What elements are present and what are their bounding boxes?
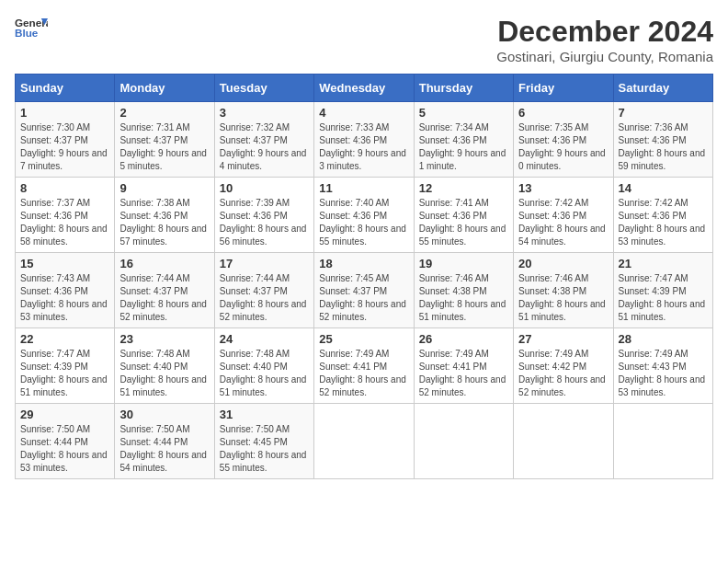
calendar-cell: 27Sunrise: 7:49 AM Sunset: 4:42 PM Dayli… <box>514 328 613 404</box>
calendar-cell: 10Sunrise: 7:39 AM Sunset: 4:36 PM Dayli… <box>214 178 313 253</box>
day-info: Sunrise: 7:38 AM Sunset: 4:36 PM Dayligh… <box>119 197 209 248</box>
day-info: Sunrise: 7:44 AM Sunset: 4:37 PM Dayligh… <box>220 272 309 324</box>
calendar-cell: 4Sunrise: 7:33 AM Sunset: 4:36 PM Daylig… <box>314 102 414 178</box>
day-number: 27 <box>518 332 608 346</box>
day-info: Sunrise: 7:31 AM Sunset: 4:37 PM Dayligh… <box>119 121 209 173</box>
calendar-cell <box>314 404 414 479</box>
weekday-header-friday: Friday <box>514 75 613 102</box>
weekday-header-thursday: Thursday <box>414 75 513 102</box>
calendar-cell: 29Sunrise: 7:50 AM Sunset: 4:44 PM Dayli… <box>16 404 115 479</box>
calendar-cell <box>414 404 513 479</box>
day-number: 5 <box>419 106 508 120</box>
day-number: 1 <box>20 106 109 120</box>
day-number: 21 <box>619 257 708 270</box>
day-number: 16 <box>119 257 209 270</box>
day-info: Sunrise: 7:50 AM Sunset: 4:45 PM Dayligh… <box>220 423 309 475</box>
calendar-cell: 2Sunrise: 7:31 AM Sunset: 4:37 PM Daylig… <box>115 102 214 178</box>
calendar-title: December 2024 <box>496 15 713 49</box>
calendar-cell: 22Sunrise: 7:47 AM Sunset: 4:39 PM Dayli… <box>16 328 115 404</box>
logo: General Blue <box>15 15 48 40</box>
calendar-cell: 19Sunrise: 7:46 AM Sunset: 4:38 PM Dayli… <box>414 253 513 328</box>
day-info: Sunrise: 7:49 AM Sunset: 4:41 PM Dayligh… <box>319 348 408 399</box>
calendar-cell: 21Sunrise: 7:47 AM Sunset: 4:39 PM Dayli… <box>613 253 712 328</box>
day-number: 29 <box>20 408 109 421</box>
calendar-table: SundayMondayTuesdayWednesdayThursdayFrid… <box>15 74 713 479</box>
day-info: Sunrise: 7:36 AM Sunset: 4:36 PM Dayligh… <box>619 121 708 173</box>
day-info: Sunrise: 7:46 AM Sunset: 4:38 PM Dayligh… <box>419 272 508 324</box>
day-number: 22 <box>20 332 109 346</box>
calendar-cell: 24Sunrise: 7:48 AM Sunset: 4:40 PM Dayli… <box>214 328 313 404</box>
calendar-cell: 30Sunrise: 7:50 AM Sunset: 4:44 PM Dayli… <box>115 404 214 479</box>
calendar-cell: 13Sunrise: 7:42 AM Sunset: 4:36 PM Dayli… <box>514 178 613 253</box>
calendar-header-row: SundayMondayTuesdayWednesdayThursdayFrid… <box>16 75 713 102</box>
calendar-cell: 16Sunrise: 7:44 AM Sunset: 4:37 PM Dayli… <box>115 253 214 328</box>
day-info: Sunrise: 7:43 AM Sunset: 4:36 PM Dayligh… <box>20 272 109 324</box>
calendar-week-1: 1Sunrise: 7:30 AM Sunset: 4:37 PM Daylig… <box>16 102 713 178</box>
day-info: Sunrise: 7:42 AM Sunset: 4:36 PM Dayligh… <box>518 197 608 248</box>
day-number: 12 <box>419 181 508 195</box>
calendar-subtitle: Gostinari, Giurgiu County, Romania <box>496 49 713 64</box>
day-info: Sunrise: 7:39 AM Sunset: 4:36 PM Dayligh… <box>220 197 309 248</box>
calendar-cell: 3Sunrise: 7:32 AM Sunset: 4:37 PM Daylig… <box>214 102 313 178</box>
svg-text:Blue: Blue <box>15 27 39 39</box>
day-number: 31 <box>220 408 309 421</box>
day-number: 18 <box>319 257 408 270</box>
day-number: 8 <box>20 181 109 195</box>
day-number: 24 <box>220 332 309 346</box>
day-info: Sunrise: 7:37 AM Sunset: 4:36 PM Dayligh… <box>20 197 109 248</box>
day-number: 17 <box>220 257 309 270</box>
day-info: Sunrise: 7:48 AM Sunset: 4:40 PM Dayligh… <box>220 348 309 399</box>
calendar-cell: 6Sunrise: 7:35 AM Sunset: 4:36 PM Daylig… <box>514 102 613 178</box>
title-section: December 2024 Gostinari, Giurgiu County,… <box>496 15 713 64</box>
day-info: Sunrise: 7:33 AM Sunset: 4:36 PM Dayligh… <box>319 121 408 173</box>
day-info: Sunrise: 7:32 AM Sunset: 4:37 PM Dayligh… <box>220 121 309 173</box>
calendar-cell: 5Sunrise: 7:34 AM Sunset: 4:36 PM Daylig… <box>414 102 513 178</box>
day-info: Sunrise: 7:50 AM Sunset: 4:44 PM Dayligh… <box>119 423 209 475</box>
calendar-cell: 9Sunrise: 7:38 AM Sunset: 4:36 PM Daylig… <box>115 178 214 253</box>
weekday-header-monday: Monday <box>115 75 214 102</box>
day-info: Sunrise: 7:34 AM Sunset: 4:36 PM Dayligh… <box>419 121 508 173</box>
calendar-cell: 26Sunrise: 7:49 AM Sunset: 4:41 PM Dayli… <box>414 328 513 404</box>
day-number: 9 <box>119 181 209 195</box>
day-number: 13 <box>518 181 608 195</box>
day-number: 26 <box>419 332 508 346</box>
weekday-header-sunday: Sunday <box>16 75 115 102</box>
day-number: 20 <box>518 257 608 270</box>
day-number: 3 <box>220 106 309 120</box>
day-number: 6 <box>518 106 608 120</box>
day-number: 19 <box>419 257 508 270</box>
day-number: 2 <box>119 106 209 120</box>
day-number: 7 <box>619 106 708 120</box>
day-number: 15 <box>20 257 109 270</box>
day-info: Sunrise: 7:47 AM Sunset: 4:39 PM Dayligh… <box>619 272 708 324</box>
weekday-header-saturday: Saturday <box>613 75 712 102</box>
day-number: 11 <box>319 181 408 195</box>
calendar-cell: 12Sunrise: 7:41 AM Sunset: 4:36 PM Dayli… <box>414 178 513 253</box>
calendar-cell: 25Sunrise: 7:49 AM Sunset: 4:41 PM Dayli… <box>314 328 414 404</box>
calendar-cell: 8Sunrise: 7:37 AM Sunset: 4:36 PM Daylig… <box>16 178 115 253</box>
calendar-cell: 20Sunrise: 7:46 AM Sunset: 4:38 PM Dayli… <box>514 253 613 328</box>
day-number: 14 <box>619 181 708 195</box>
calendar-cell: 1Sunrise: 7:30 AM Sunset: 4:37 PM Daylig… <box>16 102 115 178</box>
calendar-cell: 14Sunrise: 7:42 AM Sunset: 4:36 PM Dayli… <box>613 178 712 253</box>
calendar-cell: 23Sunrise: 7:48 AM Sunset: 4:40 PM Dayli… <box>115 328 214 404</box>
day-info: Sunrise: 7:46 AM Sunset: 4:38 PM Dayligh… <box>518 272 608 324</box>
calendar-cell: 17Sunrise: 7:44 AM Sunset: 4:37 PM Dayli… <box>214 253 313 328</box>
day-number: 23 <box>119 332 209 346</box>
day-info: Sunrise: 7:49 AM Sunset: 4:41 PM Dayligh… <box>419 348 508 399</box>
day-info: Sunrise: 7:42 AM Sunset: 4:36 PM Dayligh… <box>619 197 708 248</box>
day-number: 25 <box>319 332 408 346</box>
calendar-body: 1Sunrise: 7:30 AM Sunset: 4:37 PM Daylig… <box>16 102 713 479</box>
day-number: 28 <box>619 332 708 346</box>
day-info: Sunrise: 7:49 AM Sunset: 4:43 PM Dayligh… <box>619 348 708 399</box>
calendar-cell: 18Sunrise: 7:45 AM Sunset: 4:37 PM Dayli… <box>314 253 414 328</box>
calendar-cell: 31Sunrise: 7:50 AM Sunset: 4:45 PM Dayli… <box>214 404 313 479</box>
day-info: Sunrise: 7:30 AM Sunset: 4:37 PM Dayligh… <box>20 121 109 173</box>
calendar-cell: 7Sunrise: 7:36 AM Sunset: 4:36 PM Daylig… <box>613 102 712 178</box>
weekday-header-tuesday: Tuesday <box>214 75 313 102</box>
day-info: Sunrise: 7:45 AM Sunset: 4:37 PM Dayligh… <box>319 272 408 324</box>
calendar-week-4: 22Sunrise: 7:47 AM Sunset: 4:39 PM Dayli… <box>16 328 713 404</box>
day-info: Sunrise: 7:48 AM Sunset: 4:40 PM Dayligh… <box>119 348 209 399</box>
day-info: Sunrise: 7:41 AM Sunset: 4:36 PM Dayligh… <box>419 197 508 248</box>
calendar-cell <box>514 404 613 479</box>
